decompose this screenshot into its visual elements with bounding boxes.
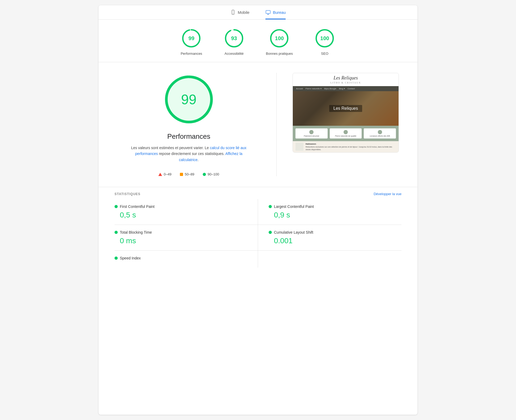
stat-si: Speed Index	[115, 251, 258, 268]
stats-section: STATISTIQUES Développer la vue First Con…	[99, 187, 417, 268]
preview-card-icon-2	[344, 130, 348, 134]
stat-fcp-header: First Contentful Paint	[115, 204, 247, 209]
legend: 0–49 50–89 90–100	[158, 172, 219, 176]
preview-halloween-title: Halloween	[306, 143, 396, 145]
stat-lcp-name: Largest Contentful Paint	[274, 204, 314, 209]
stat-lcp: Largest Contentful Paint 0,9 s	[258, 199, 401, 225]
perf-desc-part1: Les valeurs sont estimées et peuvent var…	[131, 146, 209, 150]
stat-fcp-value: 0,5 s	[120, 211, 247, 219]
big-score-value: 99	[181, 91, 197, 107]
score-label-seo: SEO	[321, 52, 328, 56]
vertical-divider	[276, 73, 277, 176]
score-bonnes-pratiques: 100 Bonnes pratiques	[266, 28, 293, 56]
stats-header: STATISTIQUES Développer la vue	[115, 187, 401, 199]
score-label-accessibilite: Accessibilité	[225, 52, 244, 56]
preview-halloween: Halloween Réductions exclusives sur une …	[293, 141, 399, 153]
score-value-seo: 100	[320, 35, 329, 41]
stat-tbt: Total Blocking Time 0 ms	[115, 225, 258, 251]
perf-description: Les valeurs sont estimées et peuvent var…	[128, 145, 250, 163]
preview-card-2: Pierre naturelle de qualité	[330, 128, 362, 138]
stat-si-name: Speed Index	[120, 256, 141, 260]
stats-expand-button[interactable]: Développer la vue	[374, 192, 401, 196]
left-panel: 99 Performances Les valeurs sont estimée…	[115, 73, 263, 176]
preview-site-subtitle: LITHO & CRISTAUX	[296, 81, 395, 84]
stats-section-title: STATISTIQUES	[115, 192, 141, 196]
tab-bureau-label: Bureau	[273, 10, 286, 15]
preview-card-icon-1	[309, 130, 314, 134]
preview-nav-bijou: Bijou-Bougie	[324, 87, 336, 90]
score-accessibilite: 93 Accessibilité	[223, 28, 245, 56]
tab-mobile-label: Mobile	[238, 10, 249, 15]
legend-item-low: 0–49	[158, 172, 171, 176]
perf-desc-end: .	[198, 158, 199, 162]
legend-item-mid: 50–89	[180, 172, 194, 176]
preview-card-1: Paiement sécurisé	[295, 128, 328, 138]
tab-bureau[interactable]: Bureau	[265, 10, 286, 19]
score-circle-accessibilite: 93	[223, 28, 245, 49]
stat-cls-dot	[269, 231, 272, 234]
preview-nav-pierre: Pierre naturelle ▾	[306, 87, 322, 90]
preview-nav-blog: Blog ▾	[339, 87, 345, 90]
mobile-icon	[230, 10, 236, 15]
legend-square-icon	[180, 173, 183, 176]
score-circle-seo: 100	[314, 28, 335, 49]
preview-card-icon-3	[378, 130, 382, 134]
perf-desc-part2: repose directement sur ces statistiques.	[159, 152, 225, 156]
score-circle-performances: 99	[181, 28, 202, 49]
stat-tbt-dot	[115, 231, 118, 234]
stat-tbt-name: Total Blocking Time	[120, 230, 152, 234]
stat-si-header: Speed Index	[115, 256, 247, 260]
desktop-icon	[265, 10, 271, 15]
big-score-circle: 99	[162, 73, 215, 126]
tab-bar: Mobile Bureau	[99, 5, 417, 20]
legend-range-low: 0–49	[164, 172, 171, 176]
legend-dot-icon	[203, 173, 206, 176]
svg-rect-0	[232, 10, 234, 15]
score-circle-bonnes-pratiques: 100	[269, 28, 290, 49]
score-label-performances: Performances	[181, 52, 202, 56]
stat-fcp-dot	[115, 205, 118, 208]
stat-lcp-header: Largest Contentful Paint	[269, 204, 401, 209]
right-panel: Les Reliques LITHO & CRISTAUX Accueil Pi…	[290, 73, 401, 176]
stat-lcp-dot	[269, 205, 272, 208]
website-preview: Les Reliques LITHO & CRISTAUX Accueil Pi…	[293, 73, 399, 153]
score-label-bonnes-pratiques: Bonnes pratiques	[266, 52, 293, 56]
stat-cls: Cumulative Layout Shift 0.001	[258, 225, 401, 251]
preview-cards: Paiement sécurisé Pierre naturelle de qu…	[293, 126, 399, 141]
score-seo: 100 SEO	[314, 28, 335, 56]
legend-range-high: 90–100	[208, 172, 219, 176]
tab-mobile[interactable]: Mobile	[230, 10, 249, 19]
stat-lcp-value: 0,9 s	[274, 211, 401, 219]
svg-rect-2	[266, 10, 270, 14]
preview-card-label-2: Pierre naturelle de qualité	[335, 135, 356, 137]
stats-grid: First Contentful Paint 0,5 s Largest Con…	[115, 199, 401, 268]
preview-nav-contact: Contact	[348, 87, 355, 90]
stat-tbt-value: 0 ms	[120, 237, 247, 245]
stat-cls-value: 0.001	[274, 237, 401, 245]
stat-tbt-header: Total Blocking Time	[115, 230, 247, 234]
legend-triangle-icon	[158, 173, 162, 176]
preview-nav-accueil: Accueil	[296, 87, 303, 90]
preview-header: Les Reliques LITHO & CRISTAUX	[293, 73, 399, 86]
score-value-accessibilite: 93	[231, 35, 237, 41]
main-container: Mobile Bureau 99 Performances	[99, 5, 417, 415]
stat-fcp: First Contentful Paint 0,5 s	[115, 199, 258, 225]
preview-card-3: Livraison offerte dès 80€	[364, 128, 396, 138]
preview-card-label-3: Livraison offerte dès 80€	[370, 135, 390, 137]
stat-cls-name: Cumulative Layout Shift	[274, 230, 313, 234]
score-bar: 99 Performances 93 Accessibilité 100	[99, 20, 417, 62]
score-value-performances: 99	[188, 35, 194, 41]
stat-cls-header: Cumulative Layout Shift	[269, 230, 401, 234]
legend-item-high: 90–100	[203, 172, 219, 176]
preview-overlay: Les Reliques	[293, 91, 399, 126]
preview-halloween-image	[295, 143, 303, 151]
preview-halloween-content: Halloween Réductions exclusives sur une …	[306, 143, 396, 151]
stat-si-dot	[115, 257, 118, 260]
preview-halloween-text: Réductions exclusives sur une sélection …	[306, 146, 396, 151]
preview-nav: Accueil Pierre naturelle ▾ Bijou-Bougie …	[293, 86, 399, 91]
preview-card-label-1: Paiement sécurisé	[304, 135, 319, 137]
score-performances: 99 Performances	[181, 28, 202, 56]
legend-range-mid: 50–89	[185, 172, 194, 176]
score-value-bonnes-pratiques: 100	[275, 35, 284, 41]
stat-fcp-name: First Contentful Paint	[120, 204, 155, 209]
